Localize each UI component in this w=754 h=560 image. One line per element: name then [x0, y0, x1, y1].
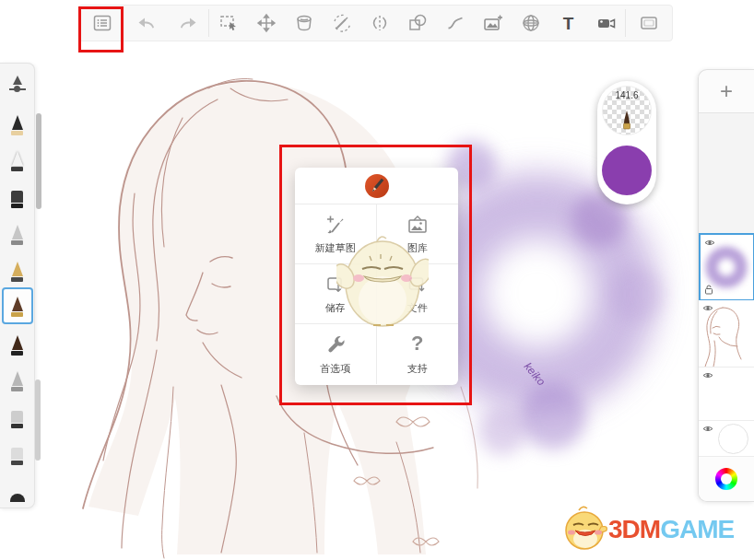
fill-bucket-icon — [293, 12, 315, 34]
ink-brush-icon — [12, 335, 23, 350]
top-toolbar: T — [78, 5, 673, 41]
airbrush-pen-icon — [12, 225, 23, 239]
marker-band — [11, 204, 23, 208]
brush-eraser[interactable] — [2, 141, 33, 178]
paintbrush-icon — [12, 297, 23, 311]
brush-tip-icon — [620, 110, 633, 132]
brush-flat[interactable] — [2, 397, 33, 434]
redo-button[interactable] — [167, 6, 208, 41]
transform-tool-button[interactable] — [247, 6, 285, 41]
brush-size-slider-icon — [9, 88, 26, 90]
watermark-text: 3DMGAME — [608, 507, 734, 553]
text-tool-icon: T — [563, 15, 574, 32]
brush-ink-brush[interactable] — [2, 324, 33, 361]
layers-panel: + — [698, 69, 754, 502]
flat-brush-icon — [11, 411, 23, 423]
app-window: keiko — [0, 0, 754, 560]
brush-airbrush-pen[interactable] — [2, 214, 33, 251]
watermark-chick-icon — [560, 505, 608, 553]
perspective-tool-button[interactable] — [512, 6, 549, 41]
color-wheel-cell — [699, 457, 754, 501]
airbrush-tool-button[interactable] — [323, 6, 360, 41]
visibility-eye-icon[interactable] — [702, 425, 713, 433]
fill-tool-button[interactable] — [285, 6, 323, 41]
paintbrush-band — [11, 312, 23, 317]
brush-ink-nib[interactable] — [2, 251, 33, 287]
brush-panel-scrollbar-2[interactable] — [35, 379, 41, 461]
ink-nib-icon — [12, 262, 23, 276]
brush-flat-2[interactable] — [2, 434, 33, 471]
visibility-eye-icon[interactable] — [702, 371, 713, 379]
soft-gray-band — [11, 387, 23, 391]
brush-paintbrush-selected[interactable] — [2, 287, 33, 324]
brush-panel — [0, 63, 35, 508]
add-image-icon — [482, 12, 504, 34]
pencil-icon — [12, 115, 23, 130]
watermark-text-blue: GAME — [660, 515, 734, 543]
annotation-box-menu-button — [78, 6, 124, 52]
brush-size-puck[interactable]: 141.6 — [602, 86, 652, 135]
site-watermark: 3DMGAME — [560, 505, 734, 553]
flat-brush-band — [11, 424, 23, 428]
brush-size-value: 141.6 — [603, 90, 651, 100]
curve-icon — [444, 12, 466, 34]
brush-color-puck: 141.6 — [597, 81, 656, 204]
perspective-icon — [520, 12, 542, 34]
current-color-swatch[interactable] — [602, 146, 652, 195]
layer-background[interactable] — [699, 421, 754, 458]
eraser-icon — [12, 151, 23, 166]
visibility-eye-icon[interactable] — [702, 304, 713, 312]
undo-button[interactable] — [125, 6, 167, 41]
shapes-icon — [406, 12, 429, 34]
layer-purple-watercolor[interactable] — [699, 233, 754, 301]
flat-brush-2-band — [11, 461, 23, 465]
selection-tool-button[interactable] — [209, 6, 247, 41]
layer-empty[interactable] — [699, 368, 754, 421]
add-image-button[interactable] — [474, 6, 512, 41]
background-color-circle — [718, 424, 748, 454]
airbrush-pen-band — [11, 240, 23, 245]
layer-sketch[interactable] — [699, 300, 754, 368]
symmetry-icon — [369, 12, 391, 34]
camera-icon — [595, 12, 618, 34]
soft-gray-brush-icon — [12, 371, 23, 386]
brush-settings-icon — [13, 76, 22, 85]
ink-nib-band — [11, 277, 23, 282]
undo-icon — [135, 12, 158, 34]
pencil-band — [11, 131, 23, 135]
airbrush-icon — [331, 12, 353, 34]
brush-soft-gray[interactable] — [2, 361, 33, 398]
symmetry-tool-button[interactable] — [360, 6, 398, 41]
flat-brush-2-icon — [11, 448, 23, 460]
eraser-band — [11, 167, 23, 171]
ink-brush-band — [11, 351, 23, 356]
brush-panel-scrollbar[interactable] — [36, 113, 41, 209]
text-tool-button[interactable]: T — [549, 6, 587, 41]
plus-icon: + — [720, 78, 733, 104]
brush-marker[interactable] — [2, 177, 33, 214]
shapes-tool-button[interactable] — [398, 6, 436, 41]
brush-partial[interactable] — [2, 471, 33, 508]
watermark-text-orange: 3DM — [608, 515, 660, 543]
time-lapse-button[interactable] — [587, 6, 625, 41]
brush-pencil[interactable] — [2, 104, 33, 141]
add-layer-button[interactable]: + — [699, 70, 754, 113]
selection-icon — [218, 12, 240, 34]
curve-tool-button[interactable] — [436, 6, 474, 41]
visibility-eye-icon[interactable] — [704, 239, 715, 247]
redo-icon — [177, 12, 199, 34]
brush-partial-icon — [10, 494, 25, 502]
fullscreen-icon — [638, 12, 660, 34]
fullscreen-button[interactable] — [626, 6, 672, 41]
color-wheel-icon[interactable] — [715, 468, 737, 490]
layers-spacer — [699, 113, 754, 233]
lock-icon[interactable] — [704, 285, 713, 295]
annotation-box-popup — [279, 145, 472, 405]
marker-icon — [11, 191, 23, 203]
brush-settings-button[interactable] — [2, 67, 33, 104]
transform-icon — [255, 12, 277, 34]
